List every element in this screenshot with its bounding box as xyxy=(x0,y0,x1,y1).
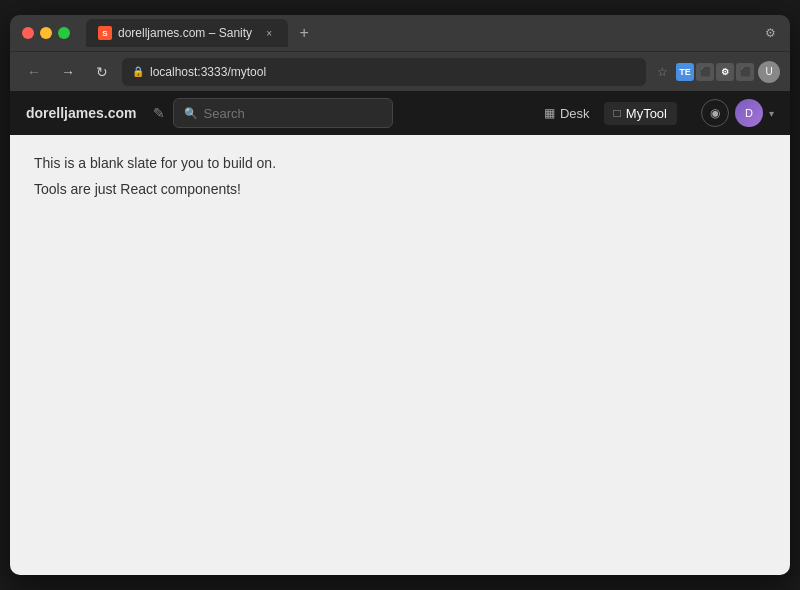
new-tab-button[interactable]: + xyxy=(292,21,316,45)
traffic-lights xyxy=(22,27,70,39)
edit-icon[interactable]: ✎ xyxy=(153,105,165,121)
refresh-button[interactable]: ↻ xyxy=(88,58,116,86)
tab-title: dorelljames.com – Sanity xyxy=(118,26,252,40)
extension-badge-4[interactable]: ⬛ xyxy=(736,63,754,81)
studio-user-actions: ◉ D ▾ xyxy=(701,99,774,127)
studio-brand: dorelljames.com xyxy=(26,105,137,121)
address-bar[interactable]: 🔒 localhost:3333/mytool xyxy=(122,58,646,86)
url-text: localhost:3333/mytool xyxy=(150,65,266,79)
extension-badge-1[interactable]: TE xyxy=(676,63,694,81)
content-line-1: This is a blank slate for you to build o… xyxy=(34,155,766,171)
content-line-2: Tools are just React components! xyxy=(34,181,766,197)
studio-toolbar: dorelljames.com ✎ 🔍 ▦ Desk □ MyTool ◉ D … xyxy=(10,91,790,135)
nav-item-desk[interactable]: ▦ Desk xyxy=(534,102,600,125)
bookmark-icon[interactable]: ☆ xyxy=(652,62,672,82)
tab-bar: S dorelljames.com – Sanity × + xyxy=(86,19,416,47)
window-settings-icon[interactable]: ⚙ xyxy=(762,25,778,41)
mytool-icon: □ xyxy=(614,106,621,120)
tab-close-button[interactable]: × xyxy=(262,26,276,40)
lock-icon: 🔒 xyxy=(132,66,144,77)
nav-bar-right: ☆ TE ⬛ ⚙ ⬛ U xyxy=(652,61,780,83)
close-button[interactable] xyxy=(22,27,34,39)
back-button[interactable]: ← xyxy=(20,58,48,86)
back-icon: ← xyxy=(27,64,41,80)
avatar-chevron-icon[interactable]: ▾ xyxy=(769,108,774,119)
extension-badges: TE ⬛ ⚙ ⬛ xyxy=(676,63,754,81)
maximize-button[interactable] xyxy=(58,27,70,39)
nav-item-mytool[interactable]: □ MyTool xyxy=(604,102,677,125)
content-area: This is a blank slate for you to build o… xyxy=(10,135,790,575)
forward-icon: → xyxy=(61,64,75,80)
nav-item-mytool-label: MyTool xyxy=(626,106,667,121)
studio-circle-button[interactable]: ◉ xyxy=(701,99,729,127)
nav-item-desk-label: Desk xyxy=(560,106,590,121)
active-tab[interactable]: S dorelljames.com – Sanity × xyxy=(86,19,288,47)
title-bar-actions: ⚙ xyxy=(762,25,778,41)
studio-search-bar[interactable]: 🔍 xyxy=(173,98,393,128)
refresh-icon: ↻ xyxy=(96,64,108,80)
title-bar: S dorelljames.com – Sanity × + ⚙ xyxy=(10,15,790,51)
search-icon: 🔍 xyxy=(184,107,198,120)
forward-button[interactable]: → xyxy=(54,58,82,86)
tab-favicon: S xyxy=(98,26,112,40)
browser-window: S dorelljames.com – Sanity × + ⚙ ← → ↻ 🔒… xyxy=(10,15,790,575)
studio-user-avatar[interactable]: D xyxy=(735,99,763,127)
minimize-button[interactable] xyxy=(40,27,52,39)
search-input[interactable] xyxy=(204,106,382,121)
desk-icon: ▦ xyxy=(544,106,555,120)
studio-nav: ▦ Desk □ MyTool xyxy=(534,102,677,125)
extension-badge-3[interactable]: ⚙ xyxy=(716,63,734,81)
browser-user-avatar[interactable]: U xyxy=(758,61,780,83)
extension-badge-2[interactable]: ⬛ xyxy=(696,63,714,81)
nav-bar: ← → ↻ 🔒 localhost:3333/mytool ☆ TE ⬛ ⚙ ⬛… xyxy=(10,51,790,91)
